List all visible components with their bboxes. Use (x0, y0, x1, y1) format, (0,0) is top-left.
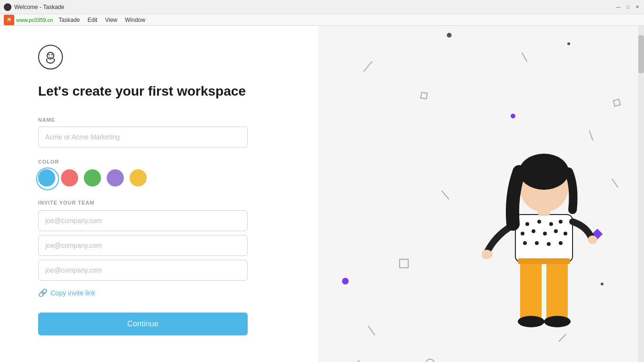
email-input-2[interactable] (38, 235, 248, 256)
svg-point-16 (564, 232, 567, 235)
svg-rect-7 (515, 215, 573, 262)
scrollbar[interactable] (638, 26, 644, 362)
character-illustration (482, 143, 606, 343)
svg-point-25 (519, 154, 569, 190)
deco-circle-1 (425, 359, 435, 362)
svg-point-20 (559, 241, 563, 245)
svg-point-9 (537, 220, 541, 224)
deco-dot-2 (567, 42, 570, 45)
scrollbar-thumb[interactable] (638, 35, 644, 73)
svg-rect-4 (546, 257, 568, 319)
right-panel (318, 26, 644, 362)
svg-point-8 (525, 222, 529, 226)
deco-line-7 (358, 360, 364, 362)
svg-point-18 (535, 241, 539, 245)
window-title: Welcome - Taskade (14, 4, 615, 10)
deco-line-5 (368, 326, 375, 336)
deco-square-3 (613, 98, 621, 107)
menu-taskade[interactable]: Taskade (59, 17, 80, 23)
name-section: NAME (38, 117, 280, 147)
svg-point-6 (544, 316, 571, 327)
menu-items[interactable]: Taskade Edit View Window (59, 17, 145, 23)
deco-line-3 (442, 190, 450, 200)
maximize-button[interactable]: □ (625, 4, 631, 10)
menu-view[interactable]: View (105, 17, 117, 23)
svg-rect-26 (518, 258, 570, 264)
name-label: NAME (38, 117, 280, 123)
continue-button[interactable]: Continue (38, 313, 248, 335)
color-options (38, 169, 280, 186)
menu-window[interactable]: Window (125, 17, 145, 23)
svg-point-13 (532, 229, 535, 233)
svg-point-0 (47, 52, 54, 59)
menu-edit[interactable]: Edit (88, 17, 98, 23)
deco-square-2 (420, 92, 428, 99)
logo-svg (42, 49, 59, 65)
deco-line-9 (589, 130, 593, 140)
window-controls[interactable]: — □ ✕ (615, 4, 640, 10)
svg-point-22 (588, 235, 597, 244)
deco-line-1 (363, 61, 372, 72)
close-button[interactable]: ✕ (634, 4, 640, 10)
svg-point-1 (49, 54, 50, 56)
invite-label: INVITE YOUR TEAM (38, 200, 280, 205)
svg-point-10 (549, 222, 553, 226)
svg-point-19 (547, 242, 551, 246)
svg-point-12 (521, 232, 524, 235)
copy-invite-text: Copy invite link (50, 289, 95, 297)
deco-dot-1 (447, 33, 452, 38)
deco-dot-purple-2 (342, 278, 349, 284)
deco-line-2 (522, 52, 528, 62)
svg-point-5 (518, 316, 544, 327)
svg-rect-3 (520, 257, 542, 319)
watermark-icon: 河 (4, 15, 14, 25)
app-icon (4, 3, 11, 11)
email-input-3[interactable] (38, 260, 248, 281)
workspace-name-input[interactable] (38, 127, 248, 147)
title-bar: Welcome - Taskade — □ ✕ (0, 0, 644, 14)
page-title: Let's create your first workspace (38, 83, 280, 100)
color-green[interactable] (84, 169, 101, 186)
color-label: COLOR (38, 159, 280, 165)
invite-section: INVITE YOUR TEAM (38, 200, 280, 281)
color-purple[interactable] (107, 169, 124, 186)
svg-point-11 (559, 220, 563, 224)
svg-point-14 (543, 232, 547, 235)
email-input-1[interactable] (38, 210, 248, 231)
logo (38, 45, 63, 69)
deco-dot-purple-1 (511, 114, 515, 118)
svg-point-15 (554, 229, 558, 233)
svg-point-2 (51, 54, 53, 56)
minimize-button[interactable]: — (615, 4, 621, 10)
deco-square-1 (399, 259, 409, 268)
deco-line-8 (612, 178, 618, 187)
color-blue[interactable] (38, 169, 55, 186)
color-yellow[interactable] (130, 169, 147, 186)
svg-point-17 (523, 241, 527, 245)
left-panel: Let's create your first workspace NAME C… (0, 26, 318, 362)
link-icon: 🔗 (38, 288, 48, 297)
copy-invite-link[interactable]: 🔗 Copy invite link (38, 288, 280, 297)
watermark-url: www.pc0359.cn (16, 17, 53, 23)
email-inputs (38, 210, 280, 281)
main-content: Let's create your first workspace NAME C… (0, 26, 644, 362)
watermark: 河 www.pc0359.cn (4, 15, 53, 25)
color-section: COLOR (38, 159, 280, 186)
color-red[interactable] (61, 169, 78, 186)
menu-bar: 河 www.pc0359.cn Taskade Edit View Window (0, 14, 644, 26)
